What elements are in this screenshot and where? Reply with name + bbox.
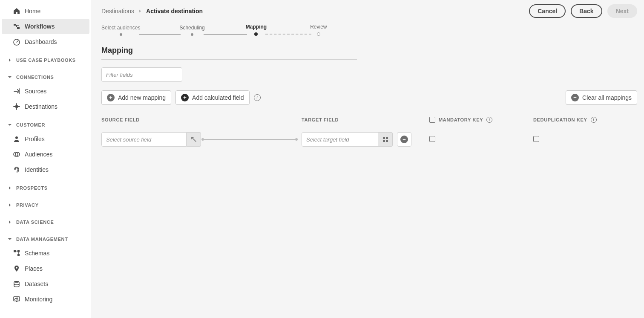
sidebar-item-sources[interactable]: Sources (2, 84, 89, 99)
sidebar-item-profiles[interactable]: Profiles (2, 131, 89, 147)
places-icon (13, 265, 20, 272)
svg-point-8 (14, 281, 19, 283)
sidebar-item-dashboards[interactable]: Dashboards (2, 34, 89, 49)
plus-circle-icon (107, 94, 115, 101)
svg-rect-6 (17, 250, 20, 252)
step-select-audiences[interactable]: Select audiences (101, 25, 140, 36)
sidebar: Home Workflows Dashboards USE CASE PLAYB… (0, 0, 91, 318)
sidebar-item-places[interactable]: Places (2, 261, 89, 276)
step-review[interactable]: Review (310, 24, 327, 36)
svg-rect-11 (574, 97, 577, 98)
sidebar-group-privacy[interactable]: PRIVACY (2, 199, 89, 211)
svg-rect-10 (16, 301, 17, 302)
main-content: Destinations Activate destination Cancel… (91, 0, 644, 318)
sidebar-item-monitoring[interactable]: Monitoring (2, 292, 89, 307)
arrow-cursor-icon (192, 137, 196, 142)
svg-point-1 (16, 106, 18, 108)
mapping-row (101, 132, 637, 147)
stepper: Select audiences Scheduling Mapping Revi… (91, 18, 644, 43)
sidebar-item-datasets[interactable]: Datasets (2, 276, 89, 292)
step-mapping[interactable]: Mapping (246, 24, 267, 36)
content: Mapping Add new mapping Add calculated f… (91, 43, 644, 147)
sidebar-group-data-science[interactable]: DATA SCIENCE (2, 216, 89, 228)
identities-icon (13, 166, 20, 173)
step-label: Mapping (246, 24, 267, 30)
svg-rect-5 (14, 250, 16, 252)
sidebar-item-label: Identities (25, 166, 49, 173)
svg-rect-16 (403, 139, 406, 140)
sidebar-item-identities[interactable]: Identities (2, 162, 89, 177)
step-scheduling[interactable]: Scheduling (179, 25, 204, 36)
sidebar-item-label: Dashboards (25, 38, 57, 45)
divider (101, 59, 357, 60)
button-label: Clear all mappings (582, 94, 632, 101)
schemas-icon (13, 249, 20, 257)
chevron-right-icon (7, 202, 13, 208)
sidebar-item-home[interactable]: Home (2, 3, 89, 19)
checkbox-icon[interactable] (429, 117, 435, 123)
workflow-icon (13, 23, 20, 30)
datasets-icon (13, 280, 20, 288)
source-field-input[interactable] (101, 132, 187, 147)
dedup-key-cell (533, 136, 637, 143)
cancel-button[interactable]: Cancel (529, 4, 566, 18)
plus-circle-icon (181, 94, 189, 101)
filter-fields-input[interactable] (101, 67, 182, 82)
sidebar-group-data-management[interactable]: DATA MANAGEMENT (2, 233, 89, 246)
sidebar-group-label: USE CASE PLAYBOOKS (16, 58, 76, 63)
header: Destinations Activate destination Cancel… (91, 0, 644, 18)
sidebar-item-label: Home (25, 8, 40, 14)
sidebar-item-label: Schemas (25, 250, 49, 257)
sidebar-group-customer[interactable]: CUSTOMER (2, 119, 89, 131)
step-connector (204, 34, 247, 35)
info-icon[interactable]: i (486, 117, 492, 123)
sources-icon (13, 87, 20, 95)
add-calculated-field-button[interactable]: Add calculated field (175, 90, 249, 105)
sidebar-item-label: Monitoring (25, 296, 52, 303)
sidebar-item-label: Workflows (25, 23, 55, 30)
destinations-icon (13, 103, 20, 110)
dashboard-icon (13, 38, 20, 46)
source-field-wrap (101, 132, 302, 147)
sidebar-item-label: Profiles (25, 136, 45, 142)
svg-rect-14 (383, 140, 385, 142)
sidebar-item-destinations[interactable]: Destinations (2, 99, 89, 114)
sidebar-group-label: PRIVACY (16, 202, 39, 208)
step-dot-icon (317, 32, 320, 36)
sidebar-item-audiences[interactable]: Audiences (2, 147, 89, 162)
sidebar-item-workflows[interactable]: Workflows (2, 19, 89, 34)
chevron-right-icon (7, 219, 13, 225)
next-button: Next (607, 4, 637, 18)
info-icon[interactable]: i (591, 117, 597, 123)
add-new-mapping-button[interactable]: Add new mapping (101, 90, 171, 105)
sidebar-item-schemas[interactable]: Schemas (2, 246, 89, 261)
column-header-target: TARGET FIELD (302, 117, 429, 122)
sidebar-group-use-case-playbooks[interactable]: USE CASE PLAYBOOKS (2, 54, 89, 66)
step-dot-icon (254, 32, 258, 36)
remove-mapping-button[interactable] (397, 132, 411, 147)
clear-all-mappings-button[interactable]: Clear all mappings (566, 90, 637, 105)
sidebar-item-label: Destinations (25, 103, 58, 110)
sidebar-item-label: Datasets (25, 280, 48, 287)
dedup-key-checkbox[interactable] (533, 136, 539, 142)
button-label: Add calculated field (192, 94, 244, 101)
sidebar-group-prospects[interactable]: PROSPECTS (2, 182, 89, 194)
svg-rect-12 (383, 137, 385, 139)
target-field-input[interactable] (302, 132, 378, 147)
sidebar-item-label: Sources (25, 88, 46, 95)
monitoring-icon (13, 295, 20, 303)
chevron-down-icon (7, 122, 13, 128)
chevron-right-icon (138, 9, 142, 13)
source-field-picker-button[interactable] (187, 132, 201, 147)
info-icon[interactable]: i (254, 94, 261, 101)
breadcrumb-current: Activate destination (146, 8, 203, 14)
step-connector (265, 34, 311, 35)
back-button[interactable]: Back (571, 4, 602, 18)
mandatory-key-checkbox[interactable] (429, 136, 435, 142)
chevron-down-icon (7, 74, 13, 80)
mapping-columns-header: SOURCE FIELD TARGET FIELD MANDATORY KEY … (101, 117, 637, 123)
sidebar-group-connections[interactable]: CONNECTIONS (2, 71, 89, 84)
step-label: Review (310, 24, 327, 30)
breadcrumb-root[interactable]: Destinations (101, 8, 134, 14)
target-field-picker-button[interactable] (378, 132, 393, 147)
